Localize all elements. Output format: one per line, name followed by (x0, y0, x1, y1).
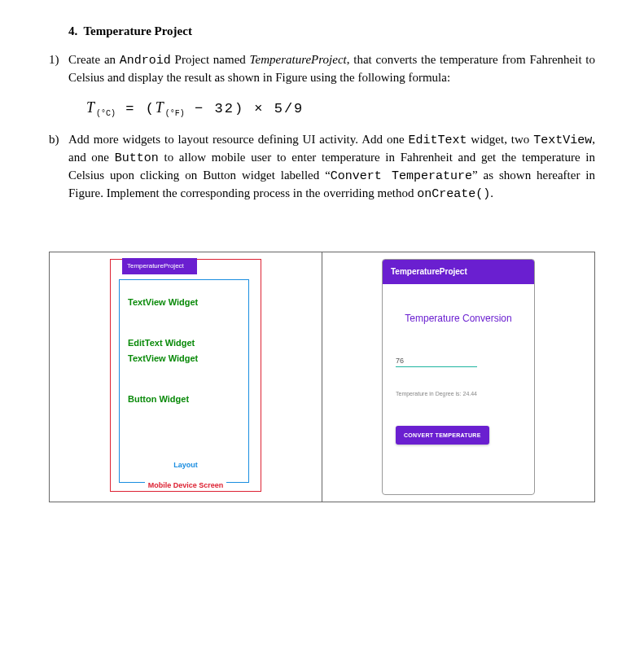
convert-button[interactable]: CONVERT TEMPERATURE (396, 426, 489, 445)
mock-device-frame: TemperatureProject TextView Widget EditT… (110, 259, 261, 492)
figure-right: TemperatureProject Temperature Conversio… (322, 252, 594, 502)
qb-number: b) (49, 131, 68, 203)
formula: T(°C) = (T(°F) − 32) × 5/9 (86, 98, 595, 120)
phone-body: Temperature Conversion Temperature in De… (383, 312, 534, 445)
phone-appbar: TemperatureProject (383, 260, 534, 284)
qb-body: Add more widgets to layout resource defi… (68, 131, 595, 203)
question-b: b) Add more widgets to layout resource d… (49, 131, 595, 203)
mock-layout-frame: TextView Widget EditText Widget TextView… (119, 279, 249, 483)
question-list: 1) Create an Android Project named Tempe… (49, 51, 595, 203)
phone-result: Temperature in Degree is: 24.44 (396, 390, 521, 398)
section-heading: 4. Temperature Project (68, 23, 595, 40)
q1-number: 1) (49, 51, 68, 86)
mock-textview-2: TextView Widget (128, 353, 240, 365)
mock-edittext: EditText Widget (128, 337, 240, 349)
mock-textview-1: TextView Widget (128, 296, 240, 309)
temperature-input[interactable] (396, 355, 477, 367)
figure-left: TemperatureProject TextView Widget EditT… (50, 252, 322, 502)
mock-button: Button Widget (128, 393, 240, 405)
phone-frame: TemperatureProject Temperature Conversio… (382, 259, 535, 495)
question-1: 1) Create an Android Project named Tempe… (49, 51, 595, 86)
layout-label: Layout (170, 461, 201, 469)
device-label: Mobile Device Screen (145, 481, 227, 489)
mock-toolbar: TemperatureProject (122, 258, 197, 274)
mock-footer: Layout Mobile Device Screen (111, 473, 261, 493)
q1-body: Create an Android Project named Temperat… (68, 51, 595, 86)
figure-container: TemperatureProject TextView Widget EditT… (49, 252, 595, 502)
phone-title: Temperature Conversion (396, 312, 521, 326)
